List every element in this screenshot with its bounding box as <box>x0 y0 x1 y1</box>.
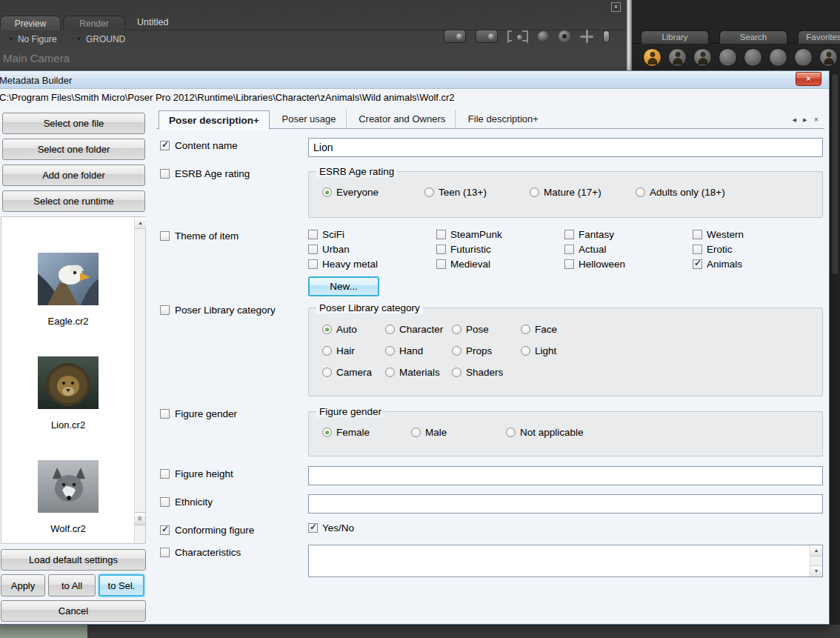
list-item[interactable]: Eagle.cr2 <box>1 253 135 327</box>
tab-poser-description[interactable]: Poser description+ <box>159 110 270 130</box>
camera-dolly-icon[interactable] <box>476 30 498 43</box>
theme-helloween-checkbox[interactable]: Helloween <box>564 258 693 270</box>
library-hands-icon[interactable] <box>744 48 762 67</box>
tab-search[interactable]: Search <box>719 30 787 44</box>
apply-button[interactable]: Apply <box>1 574 45 597</box>
category-shaders-radio[interactable]: Shaders <box>452 367 521 378</box>
theme-medieval-checkbox[interactable]: Medieval <box>436 258 564 270</box>
tab-creator-and-owners[interactable]: Creator and Owners <box>349 110 456 129</box>
category-materials-radio[interactable]: Materials <box>385 367 452 378</box>
theme-scifi-checkbox[interactable]: SciFi <box>308 228 436 240</box>
ethnicity-checkbox[interactable] <box>160 497 170 507</box>
lion-thumbnail[interactable] <box>38 356 99 409</box>
tab-preview[interactable]: Preview <box>0 16 61 30</box>
cancel-button[interactable]: Cancel <box>1 600 146 622</box>
wolf-thumbnail[interactable] <box>38 460 99 513</box>
theme-animals-checkbox[interactable]: Animals <box>693 258 821 270</box>
list-item[interactable]: Lion.cr2 <box>1 356 135 431</box>
theme-western-checkbox[interactable]: Western <box>693 228 821 240</box>
tab-library[interactable]: Library <box>641 30 709 44</box>
thumbnail-scrollbar[interactable]: ▲ ≡ <box>134 217 145 543</box>
panel-divider[interactable] <box>627 0 632 70</box>
esrb-adults-only-radio[interactable]: Adults only (18+) <box>636 187 815 198</box>
characteristics-scrollbar[interactable]: ▲ ▼ <box>810 545 822 576</box>
figure-selector-dropdown[interactable]: ▼ No Figure <box>7 34 57 44</box>
panel-close-icon[interactable]: × <box>611 2 621 12</box>
figure-height-input[interactable] <box>308 466 823 485</box>
hand-tool-icon[interactable] <box>603 30 610 43</box>
category-light-radio[interactable]: Light <box>521 345 815 356</box>
dialog-close-button[interactable]: × <box>796 72 821 86</box>
gender-not-applicable-radio[interactable]: Not applicable <box>506 427 815 438</box>
esrb-everyone-radio[interactable]: Everyone <box>322 187 424 198</box>
list-grip-icon[interactable]: ≡ <box>135 512 146 525</box>
library-poses-icon[interactable] <box>668 48 687 67</box>
tab-scroll-left-icon[interactable]: ◂ <box>793 115 797 124</box>
library-figures-icon[interactable] <box>643 48 661 67</box>
tab-favorites[interactable]: Favorites <box>798 30 840 44</box>
gender-male-radio[interactable]: Male <box>411 427 506 438</box>
esrb-checkbox[interactable] <box>160 169 170 179</box>
eagle-thumbnail[interactable] <box>38 253 99 305</box>
category-pose-radio[interactable]: Pose <box>452 324 521 335</box>
apply-to-all-button[interactable]: to All <box>48 574 96 597</box>
focus-frame-icon[interactable] <box>507 30 528 43</box>
category-face-radio[interactable]: Face <box>521 324 815 335</box>
theme-erotic-checkbox[interactable]: Erotic <box>693 243 821 255</box>
library-hair-icon[interactable] <box>719 48 737 67</box>
category-character-radio[interactable]: Character <box>385 324 452 335</box>
library-lights-icon[interactable] <box>794 48 813 67</box>
camera-tool-icon[interactable] <box>444 30 466 43</box>
content-name-input[interactable] <box>308 138 823 157</box>
list-item[interactable]: Wolf.cr2 <box>1 460 135 534</box>
category-hand-radio[interactable]: Hand <box>385 345 452 356</box>
esrb-teen-radio[interactable]: Teen (13+) <box>424 187 530 198</box>
library-cameras-icon[interactable] <box>819 48 838 67</box>
apply-to-selection-button[interactable]: to Sel. <box>99 574 144 597</box>
select-one-file-button[interactable]: Select one file <box>2 113 145 134</box>
theme-urban-checkbox[interactable]: Urban <box>308 243 436 255</box>
esrb-mature-radio[interactable]: Mature (17+) <box>530 187 636 198</box>
tab-scroll-right-icon[interactable]: ▸ <box>803 115 807 124</box>
tab-poser-usage[interactable]: Poser usage <box>273 110 347 129</box>
category-auto-radio[interactable]: Auto <box>322 324 385 335</box>
scroll-up-arrow-icon[interactable]: ▲ <box>810 545 822 556</box>
category-checkbox[interactable] <box>160 305 170 315</box>
dialog-titlebar[interactable]: Metadata Builder × <box>0 71 829 89</box>
figure-height-checkbox[interactable] <box>160 469 170 479</box>
new-theme-button[interactable]: New... <box>308 276 379 296</box>
select-one-runtime-button[interactable]: Select one runtime <box>2 190 145 212</box>
tab-render[interactable]: Render <box>63 16 125 30</box>
theme-futuristic-checkbox[interactable]: Futuristic <box>436 243 564 255</box>
theme-actual-checkbox[interactable]: Actual <box>564 243 693 255</box>
library-expression-icon[interactable] <box>693 48 712 67</box>
add-one-folder-button[interactable]: Add one folder <box>2 165 145 186</box>
gear-icon[interactable] <box>559 30 570 42</box>
gender-female-radio[interactable]: Female <box>322 427 411 438</box>
theme-fantasy-checkbox[interactable]: Fantasy <box>564 228 693 240</box>
translate-icon[interactable] <box>580 30 593 43</box>
library-props-icon[interactable] <box>769 48 787 67</box>
select-one-folder-button[interactable]: Select one folder <box>2 139 145 160</box>
characteristics-textarea[interactable]: ▲ ▼ <box>308 545 823 577</box>
library-scrollbar[interactable] <box>832 74 838 274</box>
tab-close-icon[interactable]: × <box>814 115 819 124</box>
scroll-down-arrow-icon[interactable]: ▼ <box>810 565 822 576</box>
load-default-settings-button[interactable]: Load default settings <box>1 549 146 571</box>
gender-checkbox[interactable] <box>160 409 170 419</box>
theme-checkbox[interactable] <box>160 231 170 241</box>
trackball-icon[interactable] <box>538 31 549 42</box>
category-props-radio[interactable]: Props <box>452 345 521 356</box>
actor-selector-dropdown[interactable]: ▼ GROUND <box>76 34 125 44</box>
tab-file-description[interactable]: File description+ <box>459 110 548 129</box>
theme-heavy-metal-checkbox[interactable]: Heavy metal <box>308 258 436 270</box>
ethnicity-input[interactable] <box>308 494 823 514</box>
category-camera-radio[interactable]: Camera <box>322 367 385 378</box>
conforming-yes-no-checkbox[interactable]: Yes/No <box>308 522 823 534</box>
scroll-up-arrow-icon[interactable]: ▲ <box>135 217 146 229</box>
category-hair-radio[interactable]: Hair <box>322 345 385 356</box>
content-name-checkbox[interactable] <box>160 141 170 150</box>
conforming-checkbox[interactable] <box>160 525 170 535</box>
theme-steampunk-checkbox[interactable]: SteamPunk <box>436 228 564 240</box>
characteristics-checkbox[interactable] <box>160 548 170 557</box>
